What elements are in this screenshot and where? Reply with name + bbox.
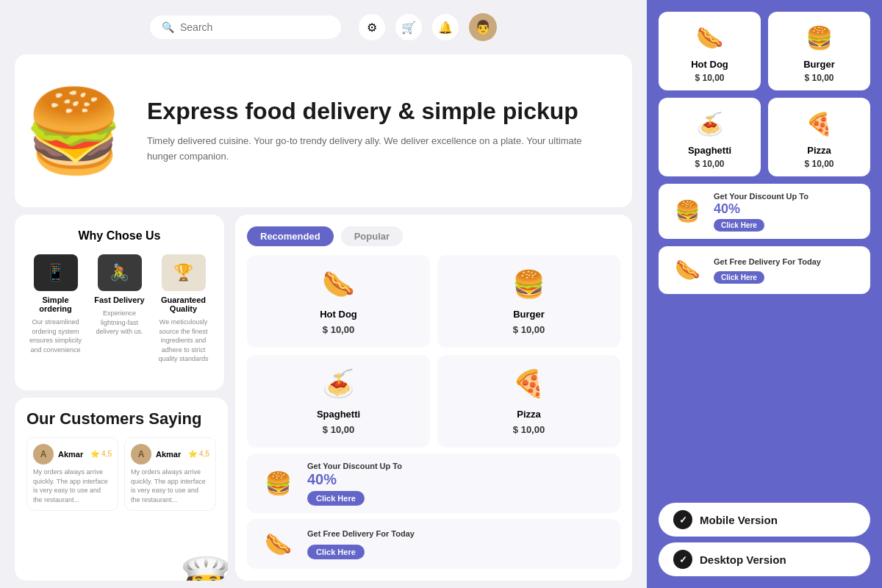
- customer-rating-2: ⭐ 4,5: [188, 450, 209, 458]
- food-menu: Recomended Popular 🌭 Hot Dog $ 10,00 🍔 B…: [235, 215, 632, 581]
- quality-image: 🏆: [162, 254, 206, 291]
- cart-button[interactable]: 🛒: [395, 14, 422, 40]
- ordering-image: 📱: [34, 254, 78, 291]
- promo-discount-label: Get Your Discount Up To: [307, 461, 612, 471]
- menu-item-hotdog: 🌭 Hot Dog $ 10,00: [247, 255, 430, 348]
- sidebar-food-pizza: 🍕 Pizza $ 10,00: [768, 98, 870, 176]
- promo-discount-text: Get Your Discount Up To 40% Click Here: [307, 461, 612, 506]
- left-column: Why Chose Us 📱 Simple ordering Our strea…: [15, 215, 228, 581]
- customer-avatar-1: A: [33, 444, 54, 465]
- sidebar-spaghetti-name: Spaghetti: [688, 145, 731, 156]
- spaghetti-price: $ 10,00: [323, 424, 354, 435]
- search-bar[interactable]: 🔍: [150, 15, 341, 39]
- sidebar-promo-discount-btn[interactable]: Click Here: [714, 219, 764, 232]
- ordering-label: Simple ordering: [26, 295, 85, 313]
- hero-text: Express food delivery & simple pickup Ti…: [140, 97, 609, 165]
- sidebar-pizza-name: Pizza: [807, 145, 831, 156]
- why-items-list: 📱 Simple ordering Our streamlined orderi…: [26, 254, 212, 364]
- promo-discount-percent: 40%: [307, 471, 612, 488]
- hotdog-name: Hot Dog: [320, 309, 357, 320]
- sidebar-pizza-price: $ 10,00: [804, 159, 833, 169]
- why-item-quality: 🏆 Guaranteed Quality We meticulously sou…: [154, 254, 212, 364]
- main-area: 🔍 ⚙ 🛒 🔔 👨 🍔 Express food delivery & simp…: [0, 0, 647, 588]
- menu-promo-discount: 🍔 Get Your Discount Up To 40% Click Here: [247, 453, 620, 513]
- delivery-image: 🚴: [98, 254, 142, 291]
- burger-price: $ 10,00: [513, 324, 545, 335]
- promo-discount-image: 🍔: [256, 465, 300, 501]
- promo-delivery-text: Get Free Delivery For Today Click Here: [307, 528, 612, 559]
- customer-rating-1: ⭐ 4,5: [90, 450, 112, 458]
- avatar[interactable]: 👨: [469, 13, 497, 41]
- sidebar-hotdog-image: 🌭: [688, 19, 732, 56]
- sidebar-food-hotdog: 🌭 Hot Dog $ 10,00: [659, 12, 761, 90]
- spaghetti-name: Spaghetti: [317, 409, 360, 420]
- header: 🔍 ⚙ 🛒 🔔 👨: [0, 0, 647, 54]
- sidebar-promo-delivery-btn[interactable]: Click Here: [714, 271, 764, 284]
- right-sidebar: 🌭 Hot Dog $ 10,00 🍔 Burger $ 10,00 🍝 Spa…: [647, 0, 882, 588]
- burger-name: Burger: [513, 309, 545, 320]
- promo-delivery-label: Get Free Delivery For Today: [307, 528, 612, 539]
- sidebar-promo-discount-label: Get Your Discount Up To: [714, 191, 861, 201]
- hero-section: 🍔 Express food delivery & simple pickup …: [15, 54, 632, 207]
- hero-burger-image: 🍔: [7, 72, 140, 190]
- customer-card-1: A Akmar ⭐ 4,5 My orders always arrive qu…: [26, 437, 118, 511]
- delivery-desc: Experience lightning-fast delivery with …: [90, 309, 148, 337]
- mobile-version-label: Mobile Version: [700, 514, 778, 526]
- promo-discount-btn[interactable]: Click Here: [307, 491, 365, 506]
- avatar-image: 👨: [475, 19, 491, 35]
- ordering-desc: Our streamlined ordering system ensures …: [26, 318, 85, 354]
- sidebar-food-burger: 🍔 Burger $ 10,00: [768, 12, 870, 90]
- menu-promo-delivery: 🌭 Get Free Delivery For Today Click Here: [247, 519, 620, 569]
- tab-recommended[interactable]: Recomended: [247, 226, 334, 246]
- quality-desc: We meticulously source the finest ingred…: [154, 318, 212, 364]
- menu-item-spaghetti: 🍝 Spaghetti $ 10,00: [247, 355, 430, 448]
- customers-section: Our Customers Saying A Akmar ⭐ 4,5 My or…: [15, 398, 228, 581]
- content-row: Why Chose Us 📱 Simple ordering Our strea…: [15, 215, 632, 581]
- sidebar-promo-discount-text: Get Your Discount Up To 40% Click Here: [714, 191, 861, 232]
- why-item-ordering: 📱 Simple ordering Our streamlined orderi…: [26, 254, 85, 364]
- menu-promos: 🍔 Get Your Discount Up To 40% Click Here…: [247, 453, 620, 569]
- customer-name-2: Akmar: [156, 450, 181, 459]
- customers-cards: A Akmar ⭐ 4,5 My orders always arrive qu…: [26, 437, 216, 511]
- filter-icon: ⚙: [367, 21, 377, 35]
- why-item-delivery: 🚴 Fast Delivery Experience lightning-fas…: [90, 254, 148, 364]
- hotdog-price: $ 10,00: [323, 324, 354, 335]
- sidebar-pizza-image: 🍕: [797, 105, 842, 142]
- why-chose-section: Why Chose Us 📱 Simple ordering Our strea…: [15, 215, 224, 390]
- desktop-version-label: Desktop Version: [700, 553, 786, 566]
- search-input[interactable]: [180, 21, 329, 33]
- filter-button[interactable]: ⚙: [359, 14, 385, 40]
- notification-button[interactable]: 🔔: [432, 14, 459, 40]
- version-buttons: ✓ Mobile Version ✓ Desktop Version: [659, 503, 870, 576]
- customers-title: Our Customers Saying: [26, 409, 216, 429]
- spaghetti-image: 🍝: [313, 364, 365, 404]
- hero-subtitle: Timely delivered cuisine. Your go-to tre…: [147, 134, 609, 165]
- menu-item-burger: 🍔 Burger $ 10,00: [437, 255, 620, 348]
- customer-card-2: A Akmar ⭐ 4,5 My orders always arrive qu…: [124, 437, 216, 511]
- sidebar-promo-discount: 🍔 Get Your Discount Up To 40% Click Here: [659, 184, 870, 239]
- sidebar-promo-discount-image: 🍔: [667, 195, 708, 228]
- why-chose-title: Why Chose Us: [26, 229, 212, 243]
- tab-popular[interactable]: Popular: [341, 226, 403, 246]
- mobile-version-btn[interactable]: ✓ Mobile Version: [659, 503, 870, 537]
- menu-item-pizza: 🍕 Pizza $ 10,00: [437, 355, 620, 448]
- menu-grid: 🌭 Hot Dog $ 10,00 🍔 Burger $ 10,00 🍝 Spa…: [247, 255, 620, 448]
- burger-icon: 🍔: [24, 84, 124, 179]
- pizza-name: Pizza: [517, 409, 541, 420]
- desktop-version-btn[interactable]: ✓ Desktop Version: [659, 542, 870, 576]
- pizza-price: $ 10,00: [513, 424, 545, 435]
- sidebar-promo-discount-percent: 40%: [714, 201, 861, 217]
- header-icons: ⚙ 🛒 🔔 👨: [359, 13, 497, 41]
- sidebar-burger-price: $ 10,00: [804, 73, 833, 83]
- waiter-image: 🧑‍🍳: [179, 559, 228, 581]
- mobile-check-icon: ✓: [673, 510, 692, 529]
- sidebar-spaghetti-image: 🍝: [688, 105, 732, 142]
- customer-text-1: My orders always arrive quickly. The app…: [33, 467, 112, 504]
- search-icon: 🔍: [162, 21, 174, 33]
- hero-title: Express food delivery & simple pickup: [147, 97, 609, 125]
- bell-icon: 🔔: [438, 21, 453, 35]
- sidebar-spaghetti-price: $ 10,00: [695, 159, 724, 169]
- sidebar-food-spaghetti: 🍝 Spaghetti $ 10,00: [659, 98, 761, 176]
- promo-delivery-btn[interactable]: Click Here: [307, 545, 365, 559]
- burger-image: 🍔: [503, 264, 555, 304]
